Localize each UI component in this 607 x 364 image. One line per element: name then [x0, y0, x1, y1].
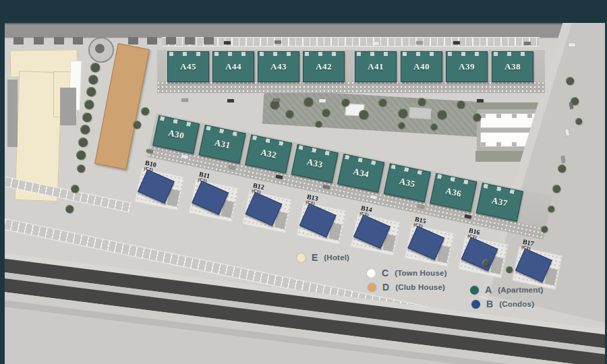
site-plan-map: A45A44A43A42A41A40A39A38 A30A31A32A33A34…: [5, 23, 605, 364]
building-b14[interactable]: B14(C1): [350, 206, 401, 256]
tree-icon: [417, 98, 426, 106]
tree-icon: [315, 121, 322, 127]
tree-icon: [141, 107, 149, 115]
parked-car: [416, 41, 423, 44]
legend-item-town-house: C(Town House): [367, 268, 447, 278]
legend-code: E: [312, 252, 318, 263]
parked-car: [181, 98, 188, 102]
street-planter: [128, 37, 138, 44]
building-b13[interactable]: B13(C1): [296, 195, 347, 245]
tree-icon: [457, 100, 465, 109]
building-b10[interactable]: B10(C1): [134, 161, 185, 211]
tree-icon: [86, 87, 96, 96]
tree-icon: [65, 205, 74, 213]
legend-color-dot: [367, 269, 376, 278]
roundabout: [88, 37, 114, 63]
building-label: A40: [401, 52, 442, 82]
tree-icon: [506, 266, 513, 273]
building-label: A41: [355, 52, 396, 82]
street-planter: [204, 37, 214, 44]
building-a42[interactable]: A42: [303, 51, 345, 82]
legend-label: (Hotel): [324, 253, 349, 262]
legend-code: A: [485, 284, 492, 295]
parked-car: [569, 43, 575, 47]
parked-car: [274, 40, 281, 44]
legend-code: C: [382, 268, 388, 278]
street-planter: [34, 37, 44, 44]
parking-structure: [60, 88, 76, 125]
parked-car: [409, 98, 416, 102]
building-b17[interactable]: B17(C1): [512, 240, 562, 290]
building-label: A42: [304, 52, 344, 82]
street-planter: [54, 37, 64, 44]
tree-icon: [71, 185, 79, 193]
legend-label: (Apartment): [498, 286, 543, 294]
tree-icon: [575, 118, 582, 125]
tree-icon: [304, 97, 313, 107]
tree-icon: [359, 110, 368, 119]
apartment-row-top: A45A44A43A42A41A40A39A38: [157, 50, 545, 93]
building-label: A38: [492, 52, 533, 82]
street-planter: [166, 37, 176, 44]
legend-item-hotel: E(Hotel): [297, 252, 349, 263]
building-a41[interactable]: A41: [355, 51, 397, 82]
building-b15[interactable]: B15(C1): [404, 217, 455, 267]
building-label: A44: [213, 52, 254, 82]
tree-icon: [437, 110, 446, 119]
building-a39[interactable]: A39: [446, 51, 488, 82]
parked-car: [477, 99, 484, 102]
tree-icon: [398, 122, 405, 129]
building-a38[interactable]: A38: [492, 51, 533, 82]
tree-icon: [378, 98, 386, 107]
tree-icon: [90, 63, 100, 72]
building-label: A43: [258, 52, 299, 82]
building-b12[interactable]: B12(C1): [242, 183, 293, 233]
legend-item-club-house: D(Club House): [368, 282, 445, 293]
legend-label: (Condos): [499, 300, 534, 308]
building-a44[interactable]: A44: [212, 51, 254, 82]
legend-color-dot: [471, 300, 480, 309]
building-b11[interactable]: B11(C1): [188, 173, 239, 222]
parked-car: [227, 99, 234, 102]
tree-icon: [77, 164, 85, 173]
legend-label: (Club House): [395, 283, 445, 291]
legend-color-dot: [297, 253, 306, 262]
tree-icon: [76, 150, 86, 160]
parked-car: [524, 42, 531, 45]
parked-car: [372, 42, 379, 45]
street-planter: [185, 37, 195, 44]
tree-icon: [430, 123, 437, 130]
tree-icon: [78, 138, 88, 147]
tree-icon: [566, 77, 574, 85]
building-a43[interactable]: A43: [258, 51, 299, 82]
legend-code: D: [382, 282, 389, 293]
central-park-strip: [262, 89, 494, 138]
parked-car: [146, 149, 154, 154]
parking-structure: [7, 80, 18, 147]
tree-icon: [548, 206, 554, 212]
tree-icon: [84, 100, 94, 109]
legend-code: B: [486, 299, 493, 309]
park-court: [409, 107, 432, 119]
legend-label: (Town House): [395, 269, 447, 277]
building-a45[interactable]: A45: [167, 51, 209, 82]
tree-icon: [133, 121, 141, 129]
street-planter: [147, 37, 157, 44]
legend-item-apartment: A(Apartment): [470, 284, 544, 295]
garage-strip: [157, 82, 545, 93]
legend-color-dot: [470, 286, 479, 295]
tree-icon: [482, 260, 489, 266]
street-planter: [73, 37, 83, 44]
site-plan-image: A45A44A43A42A41A40A39A38 A30A31A32A33A34…: [0, 0, 607, 364]
parked-car: [453, 41, 460, 44]
building-b16[interactable]: B16(C1): [458, 229, 509, 278]
legend-item-condos: B(Condos): [471, 299, 534, 309]
building-a40[interactable]: A40: [401, 51, 442, 82]
tree-icon: [285, 110, 293, 118]
tree-icon: [398, 109, 407, 118]
building-label: A45: [168, 52, 208, 82]
parking-strip-north: [162, 37, 540, 47]
parked-car: [319, 99, 326, 102]
tree-icon: [541, 226, 548, 233]
parked-car: [224, 41, 231, 44]
